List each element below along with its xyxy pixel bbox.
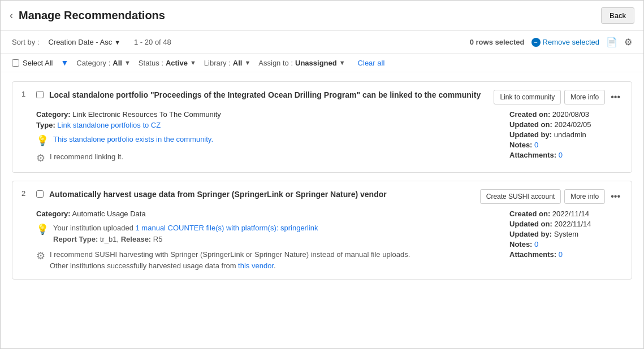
rec-checkbox-2[interactable]: [36, 190, 44, 198]
more-info-button-1[interactable]: More info: [564, 90, 605, 104]
library-label: Library :: [204, 59, 231, 67]
insight-link-1[interactable]: This standalone portfolio exists in the …: [53, 135, 213, 143]
recommendation-row-2: ⚙ I recommend SUSHI harvesting with Spri…: [36, 249, 487, 271]
rec-actions-1: Link to community More info •••: [494, 90, 623, 104]
updated-by-label-1: Updated by:: [509, 130, 552, 139]
category-field-label-1: Category:: [36, 110, 71, 119]
attachments-val-2[interactable]: 0: [559, 250, 563, 259]
category-value-2: Automatic Usage Data: [72, 210, 146, 218]
attachments-label-2: Attachments:: [509, 250, 556, 259]
select-all-wrap: Select All: [12, 59, 53, 67]
back-button[interactable]: Back: [601, 7, 634, 24]
page-wrapper: ‹ Manage Recommendations Back Sort by : …: [0, 0, 644, 349]
updated-by-label-2: Updated by:: [509, 230, 552, 238]
bulb-icon-2: 💡: [36, 223, 49, 235]
rec-left-1: Category: Link Electronic Resources To T…: [36, 110, 487, 164]
rows-selected-label: rows selected: [476, 38, 525, 46]
category-value-1: Link Electronic Resources To The Communi…: [72, 110, 221, 119]
attachments-val-1[interactable]: 0: [559, 151, 563, 159]
page-header: ‹ Manage Recommendations Back: [1, 1, 643, 31]
notes-val-1[interactable]: 0: [534, 141, 538, 149]
category-label: Category :: [76, 59, 110, 67]
category-field-1: Category: Link Electronic Resources To T…: [36, 110, 487, 119]
created-val-2: 2022/11/14: [552, 210, 589, 218]
link-to-community-button[interactable]: Link to community: [494, 90, 561, 104]
report-type-val-2: tr_b1: [100, 235, 117, 243]
rec-title-2: Automatically harvest usage data from Sp…: [49, 189, 474, 200]
export-icon[interactable]: 📄: [606, 37, 617, 47]
notes-label-2: Notes:: [509, 240, 532, 248]
updated-label-2: Updated on:: [509, 220, 552, 228]
category-value: All: [113, 59, 122, 67]
more-options-button-2[interactable]: •••: [608, 191, 623, 202]
rec-part1-2: I recommend SUSHI harvesting with Spring…: [50, 250, 410, 259]
toolbar-right: 0 rows selected − Remove selected 📄 ⚙: [470, 37, 632, 47]
status-label: Status :: [139, 59, 163, 67]
created-val-1: 2020/08/03: [552, 110, 589, 119]
pagination-info: 1 - 20 of 48: [134, 38, 171, 46]
attachments-label-1: Attachments:: [509, 151, 556, 159]
back-arrow-icon[interactable]: ‹: [10, 10, 13, 21]
header-left: ‹ Manage Recommendations: [10, 9, 165, 22]
minus-icon: −: [531, 38, 541, 47]
remove-selected-button[interactable]: − Remove selected: [531, 38, 599, 47]
rec-part2-2: Other institutions successfully harveste…: [50, 261, 238, 270]
sort-dropdown[interactable]: Creation Date - Asc ▼: [48, 38, 120, 46]
notes-label-1: Notes:: [509, 141, 532, 149]
updated-val-1: 2024/02/05: [554, 120, 591, 129]
more-info-button-2[interactable]: More info: [564, 189, 605, 204]
rec-body-1: Category: Link Electronic Resources To T…: [21, 110, 623, 164]
report-type-label-2: Report Type:: [53, 235, 98, 243]
recommendation-text-1: I recommend linking it.: [50, 151, 123, 163]
category-filter: Category : All ▼: [76, 59, 131, 67]
insight-row-2: 💡 Your institution uploaded 1 manual COU…: [36, 223, 487, 245]
assign-dropdown-arrow[interactable]: ▼: [339, 59, 345, 66]
vendor-link-2[interactable]: this vendor: [238, 261, 274, 270]
category-field-2: Category: Automatic Usage Data: [36, 210, 487, 218]
rows-selected: 0 rows selected: [470, 38, 525, 46]
rec-card-header-1: 1 Local standalone portfolio "Proceeding…: [21, 90, 623, 104]
rec-card-header-2: 2 Automatically harvest usage data from …: [21, 189, 623, 204]
filter-icon: ▼: [60, 58, 68, 67]
rec-actions-2: Create SUSHI account More info •••: [480, 189, 623, 204]
notes-val-2[interactable]: 0: [534, 240, 538, 248]
created-label-2: Created on:: [509, 210, 550, 218]
create-sushi-button[interactable]: Create SUSHI account: [480, 189, 561, 204]
created-on-1: Created on: 2020/08/03: [509, 110, 623, 119]
category-dropdown-arrow[interactable]: ▼: [124, 59, 131, 66]
settings-icon[interactable]: ⚙: [624, 37, 632, 47]
recommendation-card-1: 1 Local standalone portfolio "Proceeding…: [12, 81, 632, 173]
updated-by-1: Updated by: undadmin: [509, 130, 623, 139]
more-options-button-1[interactable]: •••: [608, 92, 623, 102]
updated-by-val-2: System: [554, 230, 578, 238]
library-dropdown-arrow[interactable]: ▼: [244, 59, 250, 66]
assign-value: Unassigned: [295, 59, 337, 67]
created-label-1: Created on:: [509, 110, 550, 119]
gear-icon-2: ⚙: [36, 250, 45, 262]
type-field-label-1: Type:: [36, 121, 55, 129]
rec-right-2: Created on: 2022/11/14 Updated on: 2022/…: [509, 210, 623, 271]
clear-all-link[interactable]: Clear all: [358, 59, 385, 67]
library-value: All: [233, 59, 243, 67]
updated-on-2: Updated on: 2022/11/14: [509, 220, 623, 228]
select-all-checkbox[interactable]: [12, 59, 19, 67]
library-filter: Library : All ▼: [204, 59, 250, 67]
rows-count: 0: [470, 38, 474, 46]
gear-icon-1: ⚙: [36, 152, 45, 164]
select-all-label: Select All: [23, 59, 53, 67]
recommendation-card-2: 2 Automatically harvest usage data from …: [12, 181, 632, 280]
updated-on-1: Updated on: 2024/02/05: [509, 120, 623, 129]
type-field-value-1[interactable]: Link standalone portfolios to CZ: [57, 121, 161, 129]
notes-1: Notes: 0: [509, 141, 623, 149]
toolbar: Sort by : Creation Date - Asc ▼ 1 - 20 o…: [1, 31, 643, 54]
status-dropdown-arrow[interactable]: ▼: [190, 59, 196, 66]
updated-val-2: 2022/11/14: [554, 220, 591, 228]
rec-checkbox-1[interactable]: [36, 91, 44, 98]
rec-body-2: Category: Automatic Usage Data 💡 Your in…: [21, 210, 623, 271]
category-field-label-2: Category:: [36, 210, 71, 218]
release-label-2: Release:: [121, 235, 151, 243]
insight-link-2[interactable]: 1 manual COUNTER file(s) with platform(s…: [136, 224, 318, 232]
sort-value: Creation Date - Asc: [48, 38, 112, 46]
page-title: Manage Recommendations: [19, 9, 165, 22]
bulb-icon-1: 💡: [36, 134, 49, 147]
